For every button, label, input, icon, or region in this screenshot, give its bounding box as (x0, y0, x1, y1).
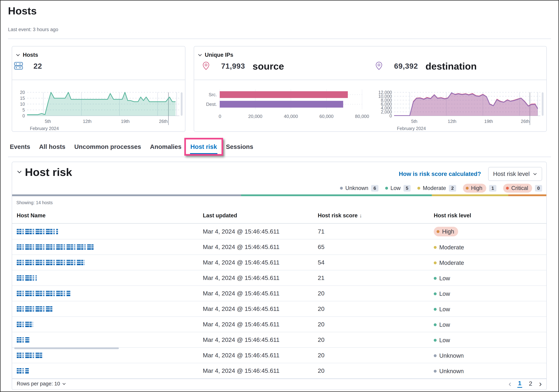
legend-item-critical[interactable]: Critical0 (503, 184, 542, 193)
svg-text:0: 0 (219, 114, 221, 119)
risk-level-dot-icon (434, 339, 437, 342)
host-name-cell[interactable] (17, 244, 203, 250)
column-last-updated[interactable]: Last updated (203, 212, 318, 219)
legend-dot-icon (385, 187, 388, 190)
host-name-redacted[interactable] (17, 275, 37, 281)
svg-text:Src.: Src. (209, 92, 217, 97)
tab-events[interactable]: Events (9, 140, 31, 154)
legend-count-badge: 6 (371, 185, 378, 191)
risk-level-badge: Low (434, 306, 450, 313)
risk-level-label: Unknown (439, 352, 464, 359)
tab-sessions[interactable]: Sessions (226, 140, 254, 154)
svg-text:20,000: 20,000 (248, 114, 262, 119)
risk-level-badge: Moderate (434, 244, 464, 251)
legend-item-unknown[interactable]: Unknown6 (340, 185, 378, 191)
destination-ips-value: 69,392 (394, 62, 418, 70)
legend-label: Unknown (345, 185, 368, 191)
risk-level-dot-icon (434, 292, 437, 295)
risk-level-label: High (442, 228, 454, 235)
hosts-count-value: 22 (33, 62, 42, 70)
column-host-risk-level[interactable]: Host risk level (434, 212, 546, 219)
chevron-down-icon[interactable] (197, 52, 203, 58)
risk-level-dot-icon (434, 354, 437, 357)
sort-desc-icon: ↓ (359, 212, 362, 219)
host-risk-level-cell: Unknown (434, 352, 546, 359)
rows-per-page-selector[interactable]: Rows per page: 10 (17, 381, 66, 387)
table-row[interactable]: Mar 4, 2024 @ 15:46:45.61120Unknown (12, 348, 546, 363)
last-updated-cell: Mar 4, 2024 @ 15:46:45.611 (203, 321, 318, 328)
table-row[interactable]: Mar 4, 2024 @ 15:46:45.61165Moderate (12, 239, 546, 255)
risk-level-badge: Moderate (434, 259, 464, 266)
kpi-hosts-title: Hosts (23, 52, 38, 58)
unique-ips-bar-chart: 020,00040,00060,00080,000Src.Dest. (198, 88, 367, 131)
risk-level-label: Unknown (439, 368, 464, 374)
host-name-cell[interactable] (17, 260, 203, 265)
tab-all-hosts[interactable]: All hosts (39, 140, 66, 154)
legend-swatch-label: Moderate (417, 185, 446, 191)
host-name-redacted[interactable] (17, 229, 58, 234)
risk-level-badge: Unknown (434, 368, 464, 374)
host-name-cell[interactable] (17, 291, 203, 296)
chevron-down-icon[interactable] (17, 169, 22, 174)
host-name-redacted[interactable] (17, 322, 33, 327)
risk-level-badge: Low (434, 275, 450, 282)
last-updated-cell: Mar 4, 2024 @ 15:46:45.611 (203, 336, 318, 343)
chevron-down-icon[interactable] (15, 52, 21, 58)
host-name-redacted[interactable] (17, 244, 93, 250)
host-name-cell[interactable] (17, 229, 203, 234)
svg-text:80,000: 80,000 (355, 114, 369, 119)
host-name-cell[interactable] (17, 368, 203, 374)
host-name-cell[interactable] (17, 322, 203, 327)
table-row[interactable]: Mar 4, 2024 @ 15:46:45.61120Unknown (12, 363, 546, 379)
risk-score-help-link[interactable]: How is risk score calculated? (399, 171, 481, 177)
legend-item-low[interactable]: Low5 (385, 185, 411, 191)
host-name-redacted[interactable] (17, 337, 29, 343)
page-number-1[interactable]: 1 (517, 379, 522, 388)
svg-text:February 2024: February 2024 (397, 126, 426, 131)
table-row[interactable]: Mar 4, 2024 @ 15:46:45.61121Low (12, 270, 546, 286)
host-risk-level-cell: Low (434, 274, 546, 282)
host-name-cell[interactable] (17, 306, 203, 312)
previous-page-button[interactable]: ‹ (509, 381, 511, 386)
table-row[interactable]: Mar 4, 2024 @ 15:46:45.61154Moderate (12, 255, 546, 270)
table-row[interactable]: Mar 4, 2024 @ 15:46:45.61120Low (12, 317, 546, 332)
legend-swatch-label: Low (385, 185, 401, 191)
host-name-redacted[interactable] (17, 353, 43, 358)
host-name-redacted[interactable] (17, 368, 29, 374)
column-host-name[interactable]: Host Name (17, 212, 203, 219)
risk-level-label: Moderate (439, 244, 464, 251)
svg-text:5th: 5th (411, 119, 417, 124)
svg-text:26th: 26th (521, 119, 530, 124)
last-updated-cell: Mar 4, 2024 @ 15:46:45.611 (203, 228, 318, 235)
next-page-button[interactable]: › (539, 381, 542, 386)
host-name-cell[interactable] (17, 275, 203, 281)
legend-item-moderate[interactable]: Moderate2 (417, 185, 456, 191)
legend-count-badge: 1 (489, 185, 496, 191)
host-name-redacted[interactable] (17, 260, 85, 265)
svg-text:60,000: 60,000 (319, 114, 334, 119)
tab-anomalies[interactable]: Anomalies (150, 140, 182, 154)
column-host-risk-score[interactable]: Host risk score↓ (318, 212, 434, 219)
host-name-cell[interactable] (17, 337, 203, 343)
legend-swatch-label: High (463, 184, 486, 193)
showing-count-text: Showing: 14 hosts (16, 200, 53, 205)
page-number-2[interactable]: 2 (528, 380, 533, 387)
tab-host-risk[interactable]: Host risk (190, 140, 217, 154)
table-row[interactable]: Mar 4, 2024 @ 15:46:45.61120Low (12, 332, 546, 348)
host-name-cell[interactable] (17, 353, 203, 358)
host-risk-level-filter-button[interactable]: Host risk level (488, 167, 542, 181)
host-name-redacted[interactable] (17, 291, 70, 296)
table-row[interactable]: Mar 4, 2024 @ 15:46:45.61171High (12, 224, 546, 239)
legend-label: Critical (511, 185, 528, 191)
legend-count-badge: 2 (449, 185, 456, 191)
legend-item-high[interactable]: High1 (463, 184, 496, 193)
tab-uncommon-processes[interactable]: Uncommon processes (74, 140, 141, 154)
last-updated-cell: Mar 4, 2024 @ 15:46:45.611 (203, 367, 318, 374)
risk-level-dot-icon (434, 277, 437, 280)
table-row[interactable]: Mar 4, 2024 @ 15:46:45.61120Low (12, 301, 546, 317)
tab-label: Events (10, 143, 30, 150)
host-name-redacted[interactable] (17, 306, 53, 312)
table-row[interactable]: Mar 4, 2024 @ 15:46:45.61120Low (12, 286, 546, 301)
risk-level-dot-icon (434, 261, 437, 264)
horizontal-scrollbar[interactable] (14, 347, 119, 349)
